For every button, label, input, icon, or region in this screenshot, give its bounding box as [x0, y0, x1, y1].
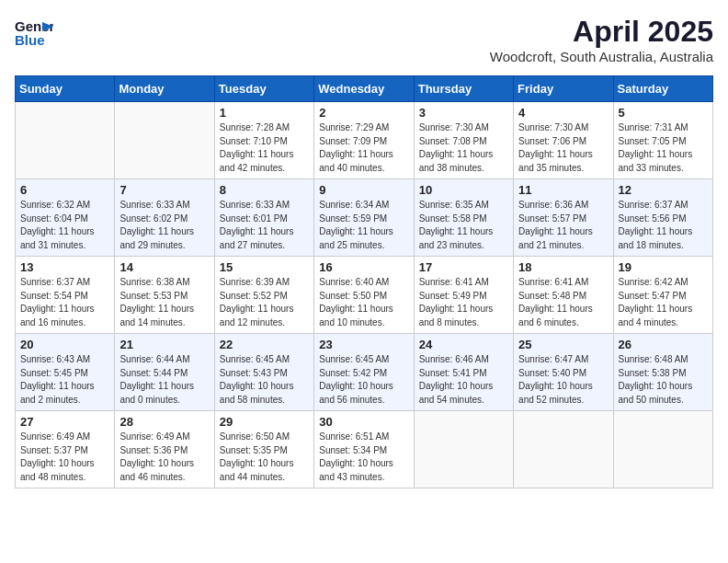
day-number: 25: [518, 338, 608, 351]
day-number: 5: [619, 106, 708, 120]
day-number: 26: [619, 338, 708, 351]
calendar-cell: 28Sunrise: 6:49 AM Sunset: 5:36 PM Dayli…: [115, 411, 214, 488]
day-number: 28: [119, 415, 209, 429]
day-info: Sunrise: 7:30 AM Sunset: 7:06 PM Dayligh…: [518, 121, 608, 175]
calendar-cell: 12Sunrise: 6:37 AM Sunset: 5:56 PM Dayli…: [613, 179, 712, 257]
day-number: 27: [20, 415, 109, 429]
header-sunday: Sunday: [16, 76, 115, 102]
day-info: Sunrise: 6:50 AM Sunset: 5:35 PM Dayligh…: [220, 431, 309, 484]
calendar-cell: 13Sunrise: 6:37 AM Sunset: 5:54 PM Dayli…: [16, 257, 115, 334]
day-number: 30: [319, 415, 408, 429]
day-number: 8: [220, 183, 309, 197]
calendar-cell: 8Sunrise: 6:33 AM Sunset: 6:01 PM Daylig…: [214, 179, 313, 257]
day-info: Sunrise: 6:51 AM Sunset: 5:34 PM Dayligh…: [319, 431, 408, 484]
day-info: Sunrise: 6:47 AM Sunset: 5:40 PM Dayligh…: [518, 353, 608, 407]
day-number: 15: [220, 260, 309, 274]
day-info: Sunrise: 6:41 AM Sunset: 5:49 PM Dayligh…: [419, 276, 508, 329]
calendar-cell: 26Sunrise: 6:48 AM Sunset: 5:38 PM Dayli…: [613, 334, 712, 411]
calendar-cell: 29Sunrise: 6:50 AM Sunset: 5:35 PM Dayli…: [214, 411, 313, 488]
calendar-cell: 10Sunrise: 6:35 AM Sunset: 5:58 PM Dayli…: [414, 179, 513, 257]
day-number: 6: [20, 183, 109, 197]
calendar-cell: 9Sunrise: 6:34 AM Sunset: 5:59 PM Daylig…: [314, 179, 414, 257]
calendar-table: SundayMondayTuesdayWednesdayThursdayFrid…: [15, 75, 713, 488]
location: Woodcroft, South Australia, Australia: [490, 49, 713, 64]
calendar-cell: 16Sunrise: 6:40 AM Sunset: 5:50 PM Dayli…: [314, 257, 414, 334]
day-number: 24: [419, 338, 508, 351]
day-info: Sunrise: 6:48 AM Sunset: 5:38 PM Dayligh…: [619, 353, 708, 407]
day-number: 29: [220, 415, 309, 429]
day-info: Sunrise: 6:49 AM Sunset: 5:37 PM Dayligh…: [20, 431, 109, 484]
day-number: 23: [319, 338, 408, 351]
day-info: Sunrise: 6:35 AM Sunset: 5:58 PM Dayligh…: [419, 199, 508, 252]
day-number: 16: [319, 260, 408, 274]
day-number: 17: [419, 260, 508, 274]
day-info: Sunrise: 7:30 AM Sunset: 7:08 PM Dayligh…: [419, 121, 508, 175]
calendar-cell: 23Sunrise: 6:45 AM Sunset: 5:42 PM Dayli…: [314, 334, 414, 411]
day-info: Sunrise: 6:41 AM Sunset: 5:48 PM Dayligh…: [518, 276, 608, 329]
day-info: Sunrise: 6:39 AM Sunset: 5:52 PM Dayligh…: [220, 276, 309, 329]
day-number: 13: [20, 260, 109, 274]
day-info: Sunrise: 7:28 AM Sunset: 7:10 PM Dayligh…: [220, 121, 309, 175]
calendar-cell: [414, 411, 513, 488]
day-number: 9: [319, 183, 408, 197]
day-info: Sunrise: 6:46 AM Sunset: 5:41 PM Dayligh…: [419, 353, 508, 407]
day-number: 3: [419, 106, 508, 120]
calendar-cell: [514, 411, 613, 488]
calendar-week-5: 27Sunrise: 6:49 AM Sunset: 5:37 PM Dayli…: [16, 411, 713, 488]
day-number: 14: [119, 260, 209, 274]
svg-rect-3: [42, 25, 50, 29]
day-number: 11: [518, 183, 608, 197]
calendar-cell: 17Sunrise: 6:41 AM Sunset: 5:49 PM Dayli…: [414, 257, 513, 334]
day-info: Sunrise: 6:44 AM Sunset: 5:44 PM Dayligh…: [119, 353, 209, 407]
calendar-cell: 11Sunrise: 6:36 AM Sunset: 5:57 PM Dayli…: [514, 179, 613, 257]
day-info: Sunrise: 6:33 AM Sunset: 6:01 PM Dayligh…: [220, 199, 309, 252]
day-number: 21: [119, 338, 209, 351]
day-info: Sunrise: 6:38 AM Sunset: 5:53 PM Dayligh…: [119, 276, 209, 329]
day-info: Sunrise: 6:32 AM Sunset: 6:04 PM Dayligh…: [20, 199, 109, 252]
calendar-cell: 3Sunrise: 7:30 AM Sunset: 7:08 PM Daylig…: [414, 102, 513, 179]
calendar-cell: 7Sunrise: 6:33 AM Sunset: 6:02 PM Daylig…: [115, 179, 214, 257]
calendar-cell: 20Sunrise: 6:43 AM Sunset: 5:45 PM Dayli…: [16, 334, 115, 411]
calendar-cell: 19Sunrise: 6:42 AM Sunset: 5:47 PM Dayli…: [613, 257, 712, 334]
day-number: 7: [119, 183, 209, 197]
day-number: 19: [619, 260, 708, 274]
day-info: Sunrise: 6:36 AM Sunset: 5:57 PM Dayligh…: [518, 199, 608, 252]
day-info: Sunrise: 6:37 AM Sunset: 5:56 PM Dayligh…: [619, 199, 708, 252]
calendar-cell: 6Sunrise: 6:32 AM Sunset: 6:04 PM Daylig…: [16, 179, 115, 257]
calendar-week-1: 1Sunrise: 7:28 AM Sunset: 7:10 PM Daylig…: [16, 102, 713, 179]
day-number: 4: [518, 106, 608, 120]
calendar-cell: 4Sunrise: 7:30 AM Sunset: 7:06 PM Daylig…: [514, 102, 613, 179]
day-info: Sunrise: 6:37 AM Sunset: 5:54 PM Dayligh…: [20, 276, 109, 329]
title-block: April 2025 Woodcroft, South Australia, A…: [490, 15, 713, 64]
calendar-cell: 1Sunrise: 7:28 AM Sunset: 7:10 PM Daylig…: [214, 102, 313, 179]
header-tuesday: Tuesday: [214, 76, 313, 102]
page-header: General Blue April 2025 Woodcroft, South…: [15, 15, 713, 64]
calendar-week-4: 20Sunrise: 6:43 AM Sunset: 5:45 PM Dayli…: [16, 334, 713, 411]
calendar-cell: 25Sunrise: 6:47 AM Sunset: 5:40 PM Dayli…: [514, 334, 613, 411]
day-info: Sunrise: 7:31 AM Sunset: 7:05 PM Dayligh…: [619, 121, 708, 175]
calendar-cell: 15Sunrise: 6:39 AM Sunset: 5:52 PM Dayli…: [214, 257, 313, 334]
calendar-cell: 5Sunrise: 7:31 AM Sunset: 7:05 PM Daylig…: [613, 102, 712, 179]
calendar-cell: [115, 102, 214, 179]
header-wednesday: Wednesday: [314, 76, 414, 102]
calendar-cell: 30Sunrise: 6:51 AM Sunset: 5:34 PM Dayli…: [314, 411, 414, 488]
header-saturday: Saturday: [613, 76, 712, 102]
calendar-cell: 22Sunrise: 6:45 AM Sunset: 5:43 PM Dayli…: [214, 334, 313, 411]
calendar-header-row: SundayMondayTuesdayWednesdayThursdayFrid…: [16, 76, 713, 102]
day-info: Sunrise: 6:45 AM Sunset: 5:42 PM Dayligh…: [319, 353, 408, 407]
calendar-cell: 21Sunrise: 6:44 AM Sunset: 5:44 PM Dayli…: [115, 334, 214, 411]
day-number: 2: [319, 106, 408, 120]
month-year: April 2025: [490, 15, 713, 49]
day-number: 12: [619, 183, 708, 197]
header-monday: Monday: [115, 76, 214, 102]
day-info: Sunrise: 6:34 AM Sunset: 5:59 PM Dayligh…: [319, 199, 408, 252]
day-info: Sunrise: 7:29 AM Sunset: 7:09 PM Dayligh…: [319, 121, 408, 175]
day-info: Sunrise: 6:40 AM Sunset: 5:50 PM Dayligh…: [319, 276, 408, 329]
header-thursday: Thursday: [414, 76, 513, 102]
svg-text:Blue: Blue: [15, 32, 45, 48]
calendar-cell: 14Sunrise: 6:38 AM Sunset: 5:53 PM Dayli…: [115, 257, 214, 334]
calendar-cell: 27Sunrise: 6:49 AM Sunset: 5:37 PM Dayli…: [16, 411, 115, 488]
day-number: 18: [518, 260, 608, 274]
logo-icon: General Blue: [15, 15, 53, 50]
logo: General Blue: [15, 15, 53, 50]
